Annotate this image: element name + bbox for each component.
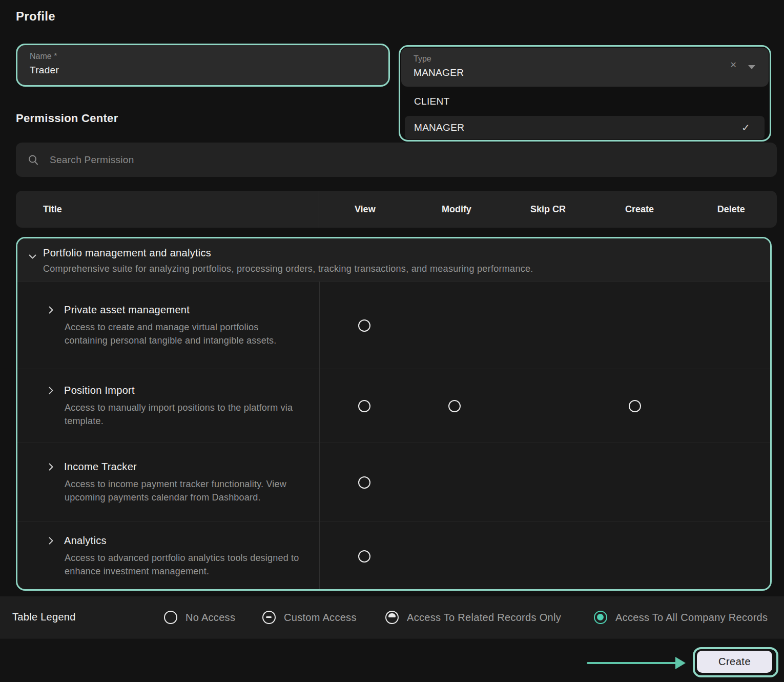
chevron-right-icon[interactable]	[49, 537, 53, 545]
column-header-delete: Delete	[685, 191, 777, 228]
type-field[interactable]: Type MANAGER ✕	[401, 48, 769, 87]
permission-row-description: Access to income payment tracker functio…	[65, 477, 301, 504]
permission-rows: Private asset management Access to creat…	[17, 282, 770, 591]
clear-icon[interactable]: ✕	[730, 60, 737, 70]
legend-label: Access To All Company Records	[615, 612, 768, 624]
permission-row-title: Private asset management	[64, 304, 190, 316]
create-button[interactable]: Create	[697, 651, 772, 673]
permission-row-description: Access to advanced portfolio analytics t…	[65, 551, 301, 578]
legend-label: No Access	[185, 612, 235, 624]
check-icon: ✓	[741, 122, 750, 134]
dash-circle-icon	[262, 611, 276, 624]
legend-label: Custom Access	[284, 612, 357, 624]
permission-row-analytics: Analytics Access to advanced portfolio a…	[17, 521, 770, 591]
profile-permissions-page: Profile Name * Trader Type MANAGER ✕ CLI…	[0, 0, 784, 682]
permission-cell-view	[319, 319, 409, 332]
column-header-modify: Modify	[411, 191, 503, 228]
permission-group-section: Portfolio management and analytics Compr…	[16, 237, 772, 591]
search-bar[interactable]	[16, 143, 777, 177]
permission-group-title: Portfolio management and analytics	[43, 247, 770, 259]
type-dropdown: Type MANAGER ✕ CLIENT MANAGER ✓	[399, 45, 771, 142]
column-header-view: View	[319, 191, 411, 228]
column-header-title: Title	[16, 191, 319, 228]
type-option-client-label: CLIENT	[414, 96, 449, 107]
column-header-create: Create	[594, 191, 686, 228]
permission-group-header[interactable]: Portfolio management and analytics Compr…	[17, 238, 770, 282]
half-filled-circle-icon	[385, 611, 399, 624]
permission-row-description: Access to create and manage virtual port…	[65, 320, 301, 347]
table-legend-title: Table Legend	[12, 611, 76, 623]
filled-circle-icon	[594, 611, 607, 624]
permission-cell-create	[590, 400, 680, 412]
chevron-right-icon[interactable]	[49, 306, 53, 314]
radio-view[interactable]	[358, 550, 370, 563]
search-icon	[28, 154, 39, 166]
permission-row-title: Analytics	[64, 535, 107, 547]
type-option-manager[interactable]: MANAGER ✓	[405, 116, 765, 139]
legend-item-custom-access: Custom Access	[262, 596, 357, 638]
column-header-skip-cr: Skip CR	[502, 191, 594, 228]
permission-cell-modify	[409, 400, 500, 412]
legend-item-related-records: Access To Related Records Only	[385, 596, 561, 638]
profile-heading: Profile	[16, 9, 55, 24]
legend-item-no-access: No Access	[164, 596, 235, 638]
chevron-right-icon[interactable]	[49, 387, 53, 394]
permission-row-title: Income Tracker	[64, 461, 137, 473]
radio-modify[interactable]	[448, 400, 461, 412]
annotation-arrow	[587, 662, 677, 664]
permission-row-description: Access to manually import positions to t…	[65, 401, 301, 428]
footer-bar	[0, 639, 784, 682]
permission-cell-view	[319, 400, 409, 412]
permission-table-header: Title View Modify Skip CR Create Delete	[16, 191, 777, 228]
type-dropdown-menu: CLIENT MANAGER ✓	[400, 87, 770, 139]
radio-view[interactable]	[358, 476, 370, 489]
permission-cell-view	[319, 476, 409, 489]
radio-view[interactable]	[358, 400, 370, 412]
chevron-right-icon[interactable]	[49, 463, 53, 471]
legend-label: Access To Related Records Only	[407, 612, 561, 624]
permission-row-private-asset-management: Private asset management Access to creat…	[17, 282, 770, 369]
permission-cell-view	[319, 550, 409, 563]
type-option-client[interactable]: CLIENT	[400, 89, 770, 114]
permission-center-heading: Permission Center	[16, 112, 118, 125]
annotation-arrow-head	[675, 657, 686, 669]
table-legend-bar: Table Legend No Access Custom Access Acc…	[0, 596, 784, 638]
type-option-manager-label: MANAGER	[414, 122, 464, 133]
name-field-value[interactable]: Trader	[30, 65, 59, 76]
type-field-value[interactable]: MANAGER	[414, 67, 464, 78]
permission-row-position-import: Position Import Access to manually impor…	[17, 369, 770, 443]
search-input[interactable]	[50, 154, 665, 166]
legend-item-all-company-records: Access To All Company Records	[594, 596, 768, 638]
permission-group-description: Comprehensive suite for analyzing portfo…	[43, 264, 770, 274]
radio-view[interactable]	[358, 319, 370, 332]
permission-row-income-tracker: Income Tracker Access to income payment …	[17, 443, 770, 521]
type-field-label: Type	[414, 54, 431, 64]
name-field-label: Name *	[30, 52, 57, 61]
empty-circle-icon	[164, 611, 177, 624]
radio-create[interactable]	[629, 400, 641, 412]
permission-row-title: Position Import	[64, 385, 135, 396]
chevron-down-icon[interactable]	[29, 252, 36, 261]
caret-down-icon[interactable]	[748, 65, 755, 69]
name-field[interactable]: Name * Trader	[16, 44, 390, 87]
create-button-annotation: Create	[693, 647, 778, 677]
